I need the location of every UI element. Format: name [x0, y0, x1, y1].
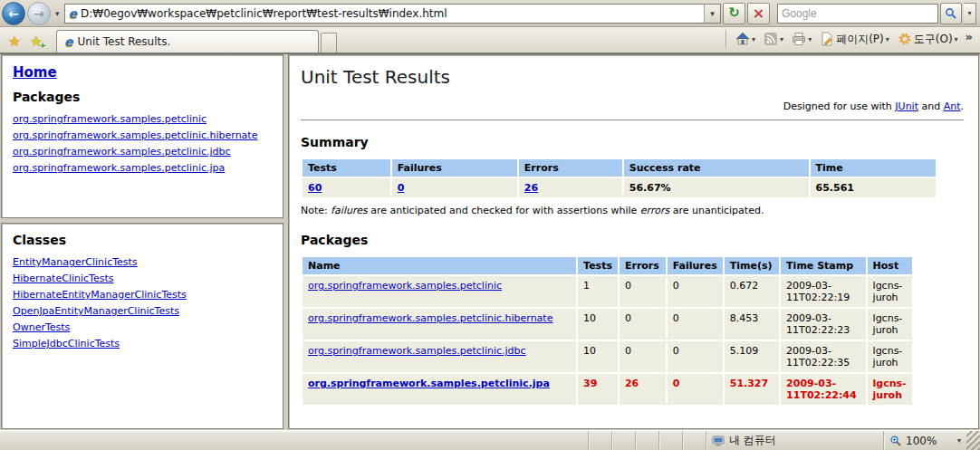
failures-cell: 0 — [668, 309, 723, 340]
forward-button[interactable]: → — [27, 2, 51, 25]
address-dropdown-icon[interactable]: ▾ — [704, 5, 720, 23]
column-header: Errors — [620, 257, 666, 274]
package-link[interactable]: org.springframework.samples.petclinic — [308, 280, 502, 292]
search-button[interactable] — [940, 3, 962, 24]
sidebar-package-link[interactable]: org.springframework.samples.petclinic.jd… — [13, 146, 272, 158]
packages-heading: Packages — [13, 90, 272, 104]
summary-table: Tests Failures Errors Success rate Time … — [301, 158, 937, 199]
frameset: Home Packages org.springframework.sample… — [0, 53, 980, 430]
ie-favicon: e — [69, 7, 78, 20]
star-icon: ★ — [8, 33, 21, 50]
sidebar-package-link[interactable]: org.springframework.samples.petclinic — [13, 113, 272, 125]
address-input[interactable] — [81, 7, 700, 20]
ant-link[interactable]: Ant — [944, 101, 961, 112]
column-header: Time(s) — [725, 257, 779, 274]
sidebar-class-link[interactable]: OwnerTests — [13, 321, 272, 333]
home-icon — [735, 32, 750, 46]
summary-row: 60 0 26 56.67% 65.561 — [303, 178, 936, 197]
tools-menu-button[interactable]: 도구(O) ▾ — [895, 30, 961, 49]
main-frame: Unit Test Results Designed for use with … — [288, 54, 979, 429]
tab-title: Unit Test Results. — [78, 35, 171, 48]
host-cell: lgcns-juroh — [868, 374, 913, 405]
package-link[interactable]: org.springframework.samples.petclinic.jd… — [308, 345, 526, 357]
package-link[interactable]: org.springframework.samples.petclinic.jp… — [308, 378, 550, 389]
column-header: Time Stamp — [781, 257, 865, 274]
errors-cell: 0 — [620, 276, 666, 307]
sidebar-class-link[interactable]: HibernateEntityManagerClinicTests — [13, 289, 272, 301]
gear-icon — [898, 32, 912, 46]
classes-heading: Classes — [13, 233, 272, 247]
time-value: 65.561 — [811, 178, 936, 197]
timestamp-cell: 2009-03-11T02:22:35 — [781, 341, 865, 372]
junit-link[interactable]: JUnit — [895, 101, 918, 112]
tab-bar: ★ ★ + e Unit Test Results. ▾ ▾ — [0, 27, 980, 53]
sidebar-class-link[interactable]: OpenJpaEntityManagerClinicTests — [13, 305, 272, 317]
toolbar-overflow-button[interactable]: » — [964, 30, 976, 49]
table-header-row: Name Tests Errors Failures Time(s) Time … — [303, 257, 912, 274]
errors-count-link[interactable]: 26 — [524, 182, 538, 194]
tests-count-link[interactable]: 60 — [308, 182, 322, 194]
timestamp-cell: 2009-03-11T02:22:23 — [781, 309, 865, 340]
new-tab-button[interactable] — [321, 33, 337, 53]
column-header: Success rate — [624, 159, 809, 177]
history-dropdown-icon[interactable]: ▾ — [53, 9, 62, 18]
divider — [301, 120, 964, 120]
package-row: org.springframework.samples.petclinic.jd… — [303, 341, 912, 372]
refresh-button[interactable]: ↻ — [723, 3, 745, 24]
package-link[interactable]: org.springframework.samples.petclinic.hi… — [308, 312, 552, 324]
tools-menu-label: 도구(O) — [914, 32, 953, 47]
time-cell: 5.109 — [725, 341, 779, 372]
failures-count-link[interactable]: 0 — [398, 182, 405, 194]
packages-table: Name Tests Errors Failures Time(s) Time … — [301, 255, 914, 407]
failures-cell: 0 — [668, 276, 723, 307]
feeds-button[interactable]: ▾ — [761, 30, 786, 48]
search-box[interactable] — [777, 4, 938, 24]
errors-cell: 0 — [620, 341, 666, 372]
back-button[interactable]: ← — [2, 2, 25, 25]
package-row: org.springframework.samples.petclinic 1 … — [303, 276, 912, 307]
stop-icon: × — [753, 6, 764, 21]
browser-navigation-bar: ← → ▾ e ▾ ↻ × ▾ — [0, 0, 980, 27]
page-menu-label: 페이지(P) — [836, 32, 884, 47]
failures-cell: 0 — [668, 374, 723, 405]
printer-icon — [792, 32, 806, 46]
time-cell: 8.453 — [725, 309, 779, 340]
status-segment — [611, 431, 635, 450]
timestamp-cell: 2009-03-11T02:22:44 — [781, 374, 865, 405]
print-button[interactable]: ▾ — [789, 30, 814, 48]
package-row: org.springframework.samples.petclinic.hi… — [303, 309, 912, 340]
sidebar-class-link[interactable]: HibernateClinicTests — [13, 273, 272, 284]
host-cell: lgcns-juroh — [868, 276, 913, 307]
search-dropdown-icon[interactable]: ▾ — [964, 3, 976, 24]
errors-cell: 26 — [620, 374, 666, 405]
refresh-icon: ↻ — [728, 6, 740, 20]
zoom-control[interactable]: 100% ▾ — [883, 431, 966, 450]
sidebar-package-link[interactable]: org.springframework.samples.petclinic.hi… — [13, 129, 272, 141]
stop-button[interactable]: × — [747, 3, 770, 24]
column-header: Name — [303, 257, 576, 274]
summary-note: Note: failures are anticipated and check… — [301, 205, 964, 216]
status-bar: 내 컴퓨터 100% ▾ — [0, 430, 980, 450]
tab-unit-test-results[interactable]: e Unit Test Results. — [56, 30, 319, 53]
packages-section-heading: Packages — [301, 233, 964, 247]
home-link[interactable]: Home — [13, 64, 57, 81]
sidebar-class-link[interactable]: EntityManagerClinicTests — [13, 256, 272, 268]
address-bar[interactable]: e ▾ — [64, 4, 721, 24]
favorites-button[interactable]: ★ — [4, 30, 25, 52]
tests-cell: 39 — [578, 374, 618, 405]
add-favorite-button[interactable]: ★ + — [25, 30, 47, 52]
page-title: Unit Test Results — [301, 66, 964, 88]
zoom-icon — [889, 435, 902, 447]
zoom-dropdown-icon[interactable]: ▾ — [957, 436, 961, 445]
page-menu-button[interactable]: 페이지(P) ▾ — [817, 30, 892, 49]
sidebar-package-link[interactable]: org.springframework.samples.petclinic.jp… — [13, 162, 272, 174]
sidebar-class-link[interactable]: SimpleJdbcClinicTests — [13, 338, 272, 349]
success-rate-value: 56.67% — [624, 178, 809, 197]
column-header: Host — [868, 257, 913, 274]
resize-grip[interactable] — [966, 431, 980, 450]
forward-arrow-icon: → — [34, 6, 44, 21]
search-input[interactable] — [778, 7, 937, 20]
tab-favicon: e — [64, 35, 73, 48]
host-cell: lgcns-juroh — [868, 341, 913, 372]
home-button[interactable]: ▾ — [733, 30, 758, 48]
